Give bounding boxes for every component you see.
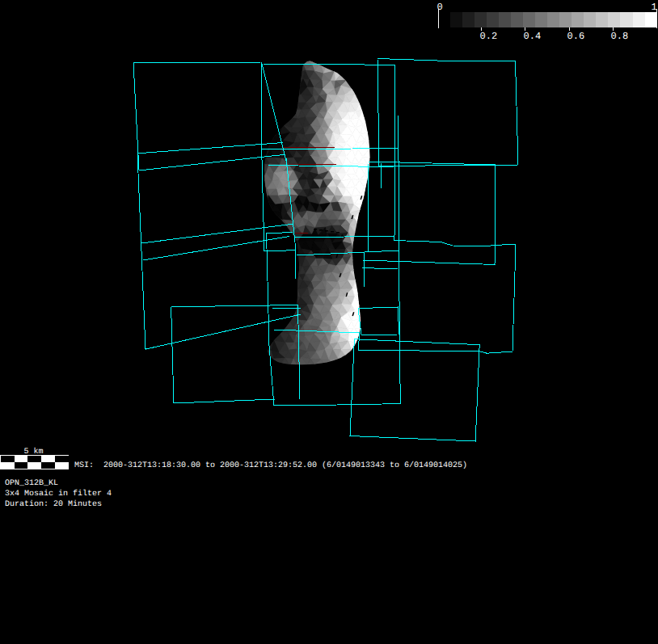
svg-text:MSI: 2000-312T13:18:30.00 to: MSI: 2000-312T13:18:30.00 to 2000-312T13… bbox=[74, 461, 467, 470]
svg-text:Duration: 20 Minutes: Duration: 20 Minutes bbox=[5, 499, 102, 509]
svg-text:1: 1 bbox=[652, 2, 657, 13]
svg-text:5 km: 5 km bbox=[24, 447, 44, 457]
svg-text:0.4: 0.4 bbox=[524, 31, 542, 42]
svg-text:3x4 Mosaic in filter 4: 3x4 Mosaic in filter 4 bbox=[5, 489, 112, 499]
svg-text:0.8: 0.8 bbox=[611, 31, 629, 42]
svg-text:0.2: 0.2 bbox=[480, 31, 498, 42]
svg-text:OPN_312B_KL: OPN_312B_KL bbox=[5, 479, 58, 488]
svg-text:0.6: 0.6 bbox=[567, 31, 585, 42]
svg-text:0: 0 bbox=[437, 2, 443, 13]
